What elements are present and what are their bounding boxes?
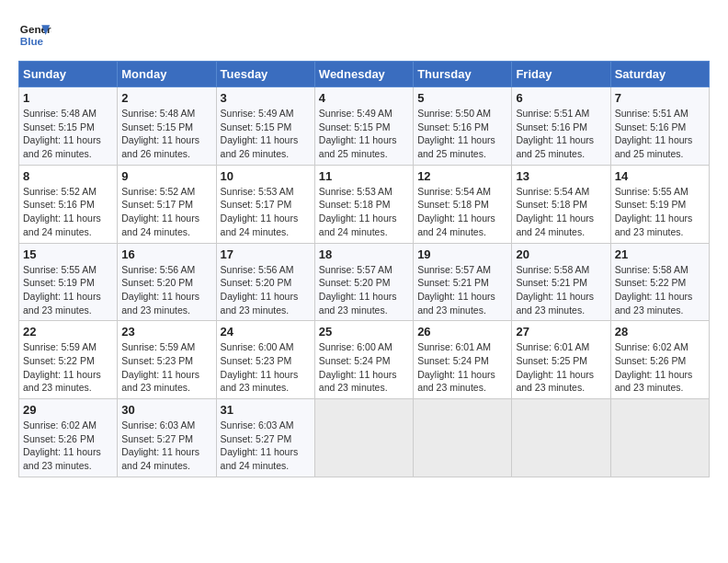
calendar-cell: 13 Sunrise: 5:54 AMSunset: 5:18 PMDaylig… xyxy=(512,165,610,243)
day-info: Sunrise: 5:49 AMSunset: 5:15 PMDaylight:… xyxy=(319,108,397,159)
day-number: 16 xyxy=(121,247,211,261)
calendar-cell: 7 Sunrise: 5:51 AMSunset: 5:16 PMDayligh… xyxy=(610,87,709,166)
calendar-cell xyxy=(610,399,709,477)
day-info: Sunrise: 6:00 AMSunset: 5:23 PMDaylight:… xyxy=(221,341,299,393)
col-header-sunday: Sunday xyxy=(19,62,118,87)
day-number: 22 xyxy=(23,325,113,339)
calendar-cell: 14 Sunrise: 5:55 AMSunset: 5:19 PMDaylig… xyxy=(610,165,709,243)
calendar-cell: 16 Sunrise: 5:56 AMSunset: 5:20 PMDaylig… xyxy=(118,243,216,321)
calendar-cell: 1 Sunrise: 5:48 AMSunset: 5:15 PMDayligh… xyxy=(19,87,118,166)
calendar-cell: 18 Sunrise: 5:57 AMSunset: 5:20 PMDaylig… xyxy=(314,243,413,321)
day-info: Sunrise: 6:00 AMSunset: 5:24 PMDaylight:… xyxy=(319,341,397,393)
calendar-cell: 23 Sunrise: 5:59 AMSunset: 5:23 PMDaylig… xyxy=(118,321,216,399)
calendar-cell: 6 Sunrise: 5:51 AMSunset: 5:16 PMDayligh… xyxy=(512,87,610,166)
day-info: Sunrise: 5:52 AMSunset: 5:17 PMDaylight:… xyxy=(121,186,199,237)
day-info: Sunrise: 5:59 AMSunset: 5:23 PMDaylight:… xyxy=(121,341,199,393)
calendar-cell: 24 Sunrise: 6:00 AMSunset: 5:23 PMDaylig… xyxy=(216,321,314,399)
day-info: Sunrise: 5:55 AMSunset: 5:19 PMDaylight:… xyxy=(23,264,101,316)
calendar-cell: 3 Sunrise: 5:49 AMSunset: 5:15 PMDayligh… xyxy=(216,87,314,166)
day-info: Sunrise: 6:02 AMSunset: 5:26 PMDaylight:… xyxy=(23,419,101,471)
calendar-cell: 29 Sunrise: 6:02 AMSunset: 5:26 PMDaylig… xyxy=(19,399,118,477)
calendar-cell: 27 Sunrise: 6:01 AMSunset: 5:25 PMDaylig… xyxy=(512,321,610,399)
calendar-cell: 30 Sunrise: 6:03 AMSunset: 5:27 PMDaylig… xyxy=(118,399,216,477)
day-number: 12 xyxy=(417,169,507,183)
day-info: Sunrise: 5:50 AMSunset: 5:16 PMDaylight:… xyxy=(417,108,495,159)
calendar-cell: 5 Sunrise: 5:50 AMSunset: 5:16 PMDayligh… xyxy=(414,87,512,166)
day-number: 14 xyxy=(615,169,705,183)
day-info: Sunrise: 6:02 AMSunset: 5:26 PMDaylight:… xyxy=(615,341,693,393)
day-number: 6 xyxy=(516,91,606,105)
day-info: Sunrise: 5:57 AMSunset: 5:20 PMDaylight:… xyxy=(319,264,397,316)
calendar-cell xyxy=(414,399,512,477)
day-number: 2 xyxy=(121,91,211,105)
calendar-cell: 9 Sunrise: 5:52 AMSunset: 5:17 PMDayligh… xyxy=(118,165,216,243)
day-number: 15 xyxy=(23,247,113,261)
page-header: General Blue xyxy=(18,18,710,52)
day-info: Sunrise: 6:01 AMSunset: 5:25 PMDaylight:… xyxy=(516,341,594,393)
day-number: 1 xyxy=(23,91,113,105)
day-number: 10 xyxy=(221,169,311,183)
day-number: 25 xyxy=(319,325,409,339)
day-info: Sunrise: 6:03 AMSunset: 5:27 PMDaylight:… xyxy=(221,419,299,471)
calendar-table: SundayMondayTuesdayWednesdayThursdayFrid… xyxy=(18,61,710,477)
calendar-cell: 21 Sunrise: 5:58 AMSunset: 5:22 PMDaylig… xyxy=(610,243,709,321)
day-number: 8 xyxy=(23,169,113,183)
day-info: Sunrise: 5:54 AMSunset: 5:18 PMDaylight:… xyxy=(516,186,594,237)
day-number: 20 xyxy=(516,247,606,261)
day-info: Sunrise: 5:52 AMSunset: 5:16 PMDaylight:… xyxy=(23,186,101,237)
day-info: Sunrise: 5:55 AMSunset: 5:19 PMDaylight:… xyxy=(615,186,693,237)
calendar-cell: 15 Sunrise: 5:55 AMSunset: 5:19 PMDaylig… xyxy=(19,243,118,321)
calendar-cell: 4 Sunrise: 5:49 AMSunset: 5:15 PMDayligh… xyxy=(314,87,413,166)
day-number: 28 xyxy=(615,325,705,339)
calendar-cell: 11 Sunrise: 5:53 AMSunset: 5:18 PMDaylig… xyxy=(314,165,413,243)
calendar-cell xyxy=(512,399,610,477)
col-header-saturday: Saturday xyxy=(610,62,709,87)
day-info: Sunrise: 5:53 AMSunset: 5:18 PMDaylight:… xyxy=(319,186,397,237)
day-number: 7 xyxy=(615,91,705,105)
calendar-cell xyxy=(314,399,413,477)
day-number: 21 xyxy=(615,247,705,261)
logo: General Blue xyxy=(18,18,51,52)
calendar-cell: 8 Sunrise: 5:52 AMSunset: 5:16 PMDayligh… xyxy=(19,165,118,243)
day-number: 19 xyxy=(417,247,507,261)
calendar-cell: 12 Sunrise: 5:54 AMSunset: 5:18 PMDaylig… xyxy=(414,165,512,243)
day-info: Sunrise: 5:48 AMSunset: 5:15 PMDaylight:… xyxy=(121,108,199,159)
day-number: 18 xyxy=(319,247,409,261)
day-number: 29 xyxy=(23,403,113,417)
day-number: 31 xyxy=(221,403,311,417)
day-info: Sunrise: 5:49 AMSunset: 5:15 PMDaylight:… xyxy=(221,108,299,159)
day-number: 4 xyxy=(319,91,409,105)
calendar-cell: 10 Sunrise: 5:53 AMSunset: 5:17 PMDaylig… xyxy=(216,165,314,243)
day-info: Sunrise: 6:03 AMSunset: 5:27 PMDaylight:… xyxy=(121,419,199,471)
logo-icon: General Blue xyxy=(18,18,51,52)
day-info: Sunrise: 5:48 AMSunset: 5:15 PMDaylight:… xyxy=(23,108,101,159)
day-number: 24 xyxy=(221,325,311,339)
day-info: Sunrise: 5:56 AMSunset: 5:20 PMDaylight:… xyxy=(121,264,199,316)
day-number: 5 xyxy=(417,91,507,105)
day-info: Sunrise: 5:58 AMSunset: 5:21 PMDaylight:… xyxy=(516,264,594,316)
day-info: Sunrise: 6:01 AMSunset: 5:24 PMDaylight:… xyxy=(417,341,495,393)
calendar-cell: 17 Sunrise: 5:56 AMSunset: 5:20 PMDaylig… xyxy=(216,243,314,321)
calendar-cell: 2 Sunrise: 5:48 AMSunset: 5:15 PMDayligh… xyxy=(118,87,216,166)
calendar-cell: 26 Sunrise: 6:01 AMSunset: 5:24 PMDaylig… xyxy=(414,321,512,399)
calendar-cell: 22 Sunrise: 5:59 AMSunset: 5:22 PMDaylig… xyxy=(19,321,118,399)
col-header-wednesday: Wednesday xyxy=(314,62,413,87)
day-info: Sunrise: 5:59 AMSunset: 5:22 PMDaylight:… xyxy=(23,341,101,393)
day-number: 3 xyxy=(221,91,311,105)
col-header-friday: Friday xyxy=(512,62,610,87)
day-number: 17 xyxy=(221,247,311,261)
day-number: 11 xyxy=(319,169,409,183)
day-info: Sunrise: 5:53 AMSunset: 5:17 PMDaylight:… xyxy=(221,186,299,237)
calendar-cell: 31 Sunrise: 6:03 AMSunset: 5:27 PMDaylig… xyxy=(216,399,314,477)
day-info: Sunrise: 5:57 AMSunset: 5:21 PMDaylight:… xyxy=(417,264,495,316)
day-info: Sunrise: 5:54 AMSunset: 5:18 PMDaylight:… xyxy=(417,186,495,237)
day-number: 26 xyxy=(417,325,507,339)
calendar-cell: 28 Sunrise: 6:02 AMSunset: 5:26 PMDaylig… xyxy=(610,321,709,399)
calendar-cell: 20 Sunrise: 5:58 AMSunset: 5:21 PMDaylig… xyxy=(512,243,610,321)
day-info: Sunrise: 5:58 AMSunset: 5:22 PMDaylight:… xyxy=(615,264,693,316)
day-info: Sunrise: 5:56 AMSunset: 5:20 PMDaylight:… xyxy=(221,264,299,316)
day-number: 30 xyxy=(121,403,211,417)
day-info: Sunrise: 5:51 AMSunset: 5:16 PMDaylight:… xyxy=(516,108,594,159)
col-header-tuesday: Tuesday xyxy=(216,62,314,87)
day-number: 27 xyxy=(516,325,606,339)
